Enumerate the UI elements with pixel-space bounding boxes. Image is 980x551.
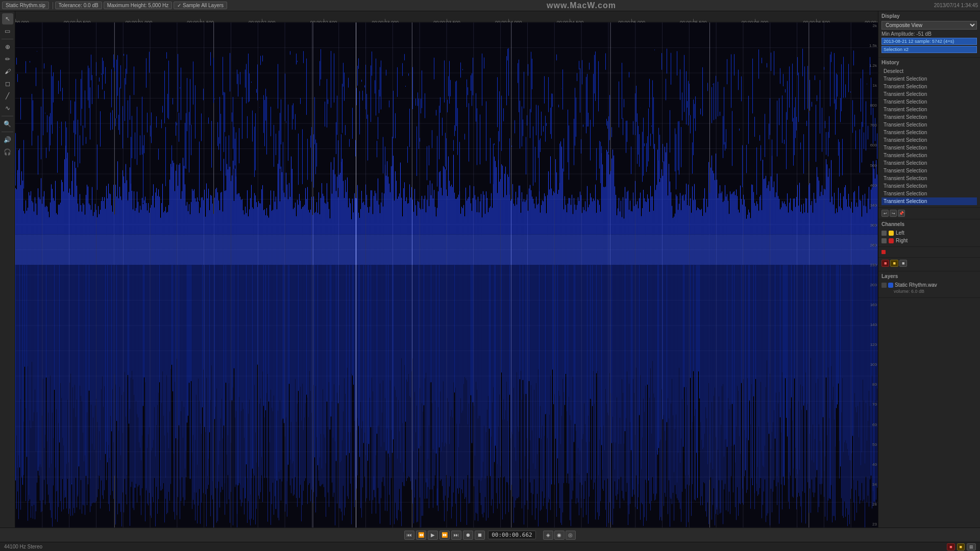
transport-btn-6[interactable]: ⏹ <box>475 531 485 540</box>
status-bar: 44100 Hz Stereo ■ ■ ⊞ <box>0 542 980 551</box>
history-item-11[interactable]: Transient Selection <box>881 159 977 167</box>
toolbox: ↖ ▭ ⊕ ✏ 🖌 ◻ ╱ ∿ 🔍 🔊 🎧 <box>0 11 15 528</box>
tool-sep-1 <box>2 39 13 39</box>
tool-pointer[interactable]: ↖ <box>2 13 13 24</box>
history-item-6[interactable]: Transient Selection <box>881 121 977 129</box>
transport-extra-1[interactable]: ◈ <box>543 531 553 540</box>
ruler-mark-1: 00:00:00.500 <box>77 19 78 22</box>
layer-main-0[interactable]: Static Rhythm.wav <box>881 281 977 289</box>
history-item-0[interactable]: Transient Selection <box>881 75 977 83</box>
right-panel: Display Composite View Min Amplitude: -5… <box>878 11 980 528</box>
history-item-2[interactable]: Transient Selection <box>881 90 977 98</box>
app-version: 2013/07/14 1:34:45 <box>934 3 978 8</box>
waveform-container: 00:00:00.00000:00:00.50000:00:01.00000:0… <box>15 11 878 528</box>
ruler-mark-6: 00:00:03.000 <box>385 19 385 22</box>
transport-btn-0[interactable]: ⏮ <box>404 531 414 540</box>
tool-bezier[interactable]: ∿ <box>2 103 13 114</box>
redo-btn[interactable]: ↪ <box>890 210 897 217</box>
transport-btn-4[interactable]: ⏭ <box>451 531 461 540</box>
ruler-mark-3: 00:00:01.500 <box>200 19 201 22</box>
history-item-5[interactable]: Transient Selection <box>881 113 977 121</box>
layer-yellow-btn[interactable]: ■ <box>890 260 898 267</box>
tool-select[interactable]: ▭ <box>2 26 13 37</box>
transport-extra-3[interactable]: ◎ <box>566 531 576 540</box>
tool-brush[interactable]: 🖌 <box>2 66 13 77</box>
channel-name-0: Left <box>896 230 904 236</box>
status-expand-btn[interactable]: ⊞ <box>967 543 976 550</box>
channel-row-1: Right <box>881 237 977 244</box>
status-yellow-btn[interactable]: ■ <box>957 543 965 550</box>
min-amplitude-label: Min Amplitude: -51 dB <box>881 31 932 37</box>
undo-btn[interactable]: ↩ <box>881 210 889 217</box>
history-pin-btn[interactable]: 📌 <box>898 210 905 217</box>
red-marker <box>881 250 886 254</box>
layer-sub-0: volume: 6.0 dB <box>881 289 977 294</box>
history-title: History <box>881 60 977 65</box>
transport-btn-3[interactable]: ⏩ <box>439 531 450 540</box>
maxheight-btn[interactable]: Maximum Height: 5,000 Hz <box>104 2 173 9</box>
waveform-area[interactable]: 2k1.5k1.2k1k8007006005004003403002602302… <box>15 22 878 528</box>
composite-view-dropdown[interactable]: Composite View <box>881 21 977 30</box>
channels-list: Left Right <box>881 229 977 244</box>
display-title: Display <box>881 13 977 19</box>
history-item-8[interactable]: Transient Selection <box>881 136 977 144</box>
tool-magnify[interactable]: 🔍 <box>2 118 13 130</box>
toolbar-sep-1 <box>53 2 53 9</box>
tool-headphone[interactable]: 🎧 <box>2 146 13 158</box>
layer-red-btn[interactable]: ■ <box>881 260 889 267</box>
display-section: Display Composite View Min Amplitude: -5… <box>878 11 980 58</box>
transport-extra-2[interactable]: ◉ <box>554 531 565 540</box>
main-layout: ↖ ▭ ⊕ ✏ 🖌 ◻ ╱ ∿ 🔍 🔊 🎧 00:00:00.00000:00:… <box>0 11 980 528</box>
timeline-ruler: 00:00:00.00000:00:00.50000:00:01.00000:0… <box>15 11 878 22</box>
history-item-deselect[interactable]: Deselect <box>881 67 977 75</box>
transport-btn-2[interactable]: ▶ <box>428 531 438 540</box>
ruler-mark-4: 00:00:02.000 <box>262 19 262 22</box>
layers-section: Layers Static Rhythm.wav volume: 6.0 dB <box>878 271 980 298</box>
transport-time: 00:00:00.662 <box>488 531 535 539</box>
history-item-15[interactable]: Transient Selection <box>881 190 977 197</box>
ruler-mark-12: 00:00:06.000 <box>755 19 755 22</box>
ruler-mark-8: 00:00:04.000 <box>508 19 509 22</box>
tool-line[interactable]: ╱ <box>2 90 13 102</box>
layers-btn-section: ■ ■ ■ <box>878 258 980 271</box>
tolerance-btn[interactable]: Tolerance: 0.0 dB <box>55 2 102 9</box>
transport-btn-5[interactable]: ⏺ <box>463 531 473 540</box>
ruler-mark-9: 00:00:04.500 <box>570 19 570 22</box>
history-item-12[interactable]: Transient Selection <box>881 167 977 174</box>
ruler-mark-7: 00:00:03.500 <box>447 19 447 22</box>
layer-grey-btn[interactable]: ■ <box>899 260 907 267</box>
history-section: History Deselect Transient SelectionTran… <box>878 58 980 208</box>
channel-icon-1 <box>881 238 887 243</box>
history-item-10[interactable]: Transient Selection <box>881 152 977 159</box>
transport-btn-1[interactable]: ⏪ <box>416 531 426 540</box>
history-item-4[interactable]: Transient Selection <box>881 106 977 113</box>
min-amplitude-row: Min Amplitude: -51 dB <box>881 31 977 37</box>
history-item-13[interactable]: Transient Selection <box>881 174 977 182</box>
history-item-9[interactable]: Transient Selection <box>881 144 977 152</box>
ruler-mark-2: 00:00:01.000 <box>138 19 139 22</box>
channel-name-1: Right <box>896 238 908 243</box>
history-item-14[interactable]: Transient Selection <box>881 182 977 190</box>
tool-zoom[interactable]: ⊕ <box>2 41 13 53</box>
history-list: Transient SelectionTransient SelectionTr… <box>881 75 977 205</box>
tool-eraser[interactable]: ◻ <box>2 78 13 89</box>
channel-icon-0 <box>881 231 887 236</box>
status-red-btn[interactable]: ■ <box>947 543 954 550</box>
layer-vis-icon-0 <box>881 283 887 288</box>
sample-all-layers-btn[interactable]: ✓ Sample All Layers <box>174 2 227 9</box>
history-item-3[interactable]: Transient Selection <box>881 98 977 106</box>
channels-section: Channels Left Right <box>878 219 980 247</box>
ruler-mark-13: 00:00:06.500 <box>816 19 817 22</box>
channels-title: Channels <box>881 221 977 227</box>
tool-speaker[interactable]: 🔊 <box>2 134 13 145</box>
history-item-1[interactable]: Transient Selection <box>881 83 977 90</box>
tool-pencil[interactable]: ✏ <box>2 54 13 65</box>
layers-mini-btn-row: ■ ■ ■ <box>881 260 977 267</box>
history-item-16[interactable]: Transient Selection <box>881 197 977 205</box>
ruler-mark-11: 00:00:05.500 <box>693 19 694 22</box>
transport-bar: ⏮⏪▶⏩⏭⏺⏹ 00:00:00.662 ◈ ◉ ◎ <box>0 528 980 542</box>
layer-row-0: Static Rhythm.wav volume: 6.0 dB <box>881 281 977 294</box>
file-name-btn[interactable]: Static Rhythm.sip <box>2 2 49 9</box>
sample-info-bar-2: Selection x2 <box>881 46 977 53</box>
history-item-7[interactable]: Transient Selection <box>881 129 977 136</box>
